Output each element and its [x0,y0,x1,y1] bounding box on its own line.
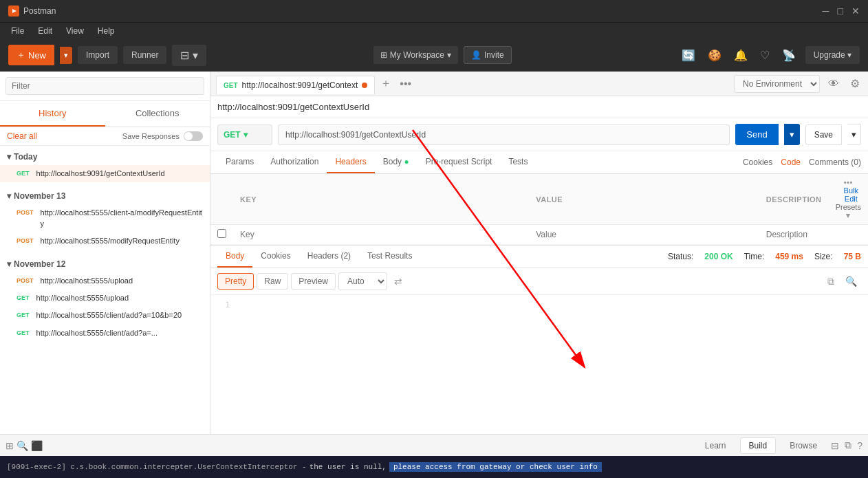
new-button[interactable]: ＋ New [8,45,54,65]
save-dropdown-button[interactable]: ▾ [847,124,861,145]
resp-tab-headers[interactable]: Headers (2) [299,246,359,268]
history-item[interactable]: POST http://localhost:5555/modifyRequest… [0,232,210,250]
history-item[interactable]: GET http://localhost:5555/client/add?a=1… [0,307,210,324]
footer-tab-learn[interactable]: Learn [697,438,735,453]
footer-layout-button[interactable]: ⊟ [831,440,839,451]
response-section: Body Cookies Headers (2) Test Results St… [210,245,868,434]
search-input[interactable] [6,77,204,95]
method-label: GET [224,130,241,140]
history-item[interactable]: GET http://localhost:9091/getContextUser… [0,165,210,182]
preview-button[interactable]: Preview [291,273,336,290]
new-dropdown-arrow[interactable]: ▾ [60,47,72,64]
unsaved-indicator [362,83,367,88]
footer-help-button[interactable]: ? [857,440,862,451]
history-item[interactable]: POST http://localhost:5555/upload [0,272,210,290]
send-button[interactable]: Send [735,124,778,145]
bell-button[interactable]: 🔔 [731,46,750,65]
footer-tab-browse[interactable]: Browse [781,438,825,453]
cookie-icon-button[interactable]: 🍪 [705,46,724,65]
url-text: http://localhost:5555/upload [41,276,133,286]
send-dropdown-button[interactable]: ▾ [784,124,800,145]
footer-tab-build[interactable]: Build [740,437,777,454]
tab-history[interactable]: History [0,101,105,127]
save-button[interactable]: Save [805,124,842,145]
close-button[interactable]: ✕ [851,6,860,17]
menu-view[interactable]: View [61,25,89,37]
presets-button[interactable]: Presets [836,203,861,211]
cookies-link[interactable]: Cookies [743,157,772,167]
history-item[interactable]: GET http://localhost:5555/client/add?a=.… [0,325,210,342]
code-line-1: 1 [216,301,862,310]
subtab-body[interactable]: Body ● [375,151,417,173]
resp-tab-body[interactable]: Body [217,246,252,268]
chevron-down-icon: ▾ [7,259,11,269]
footer-secondary-button[interactable]: ⧉ [845,439,851,451]
environment-eye-button[interactable]: 👁 [825,76,842,91]
header-row-checkbox[interactable] [217,229,226,238]
menu-edit[interactable]: Edit [32,25,58,37]
subtab-headers[interactable]: Headers [327,151,374,173]
size-label: Size: [814,252,833,261]
url-text: http://localhost:5555/client-a/modifyReq… [41,208,203,229]
today-group-header[interactable]: ▾ Today [0,149,210,165]
resp-tab-test-results[interactable]: Test Results [359,246,420,268]
menu-file[interactable]: File [6,25,30,37]
footer-search-button[interactable]: 🔍 [17,440,28,451]
nov12-group-header[interactable]: ▾ November 12 [0,256,210,272]
resp-tab-cookies[interactable]: Cookies [252,246,299,268]
satellite-button[interactable]: 📡 [779,46,799,65]
response-status: Status: 200 OK Time: 459 ms Size: 75 B [668,252,861,261]
subtab-tests[interactable]: Tests [500,151,536,173]
format-select[interactable]: Auto JSON XML HTML [338,272,387,290]
add-tab-button[interactable]: ＋ [378,75,394,92]
url-input[interactable] [278,124,730,145]
request-tabs-bar: GET http://localhost:9091/getContext ＋ •… [210,72,868,96]
method-select-dropdown[interactable]: GET ▾ [217,124,272,145]
header-desc-input[interactable] [766,230,822,239]
comments-link[interactable]: Comments (0) [809,157,861,167]
import-button[interactable]: Import [78,46,118,64]
col-actions-header: ••• Bulk Edit Presets ▾ [829,174,868,225]
more-tabs-button[interactable]: ••• [397,76,414,91]
search-response-button[interactable]: 🔍 [841,273,861,290]
extra-button[interactable]: ⊟ ▾ [172,45,206,66]
main-toolbar: ＋ New ▾ Import Runner ⊟ ▾ ⊞ My Workspace… [0,39,868,72]
wrap-icon-button[interactable]: ⇄ [390,273,406,290]
header-key-input[interactable] [240,230,522,239]
clear-all-button[interactable]: Clear all [7,131,37,141]
history-item[interactable]: POST http://localhost:5555/client-a/modi… [0,204,210,232]
menu-help[interactable]: Help [92,25,120,37]
minimize-button[interactable]: ─ [823,6,829,17]
time-label: Time: [744,252,765,261]
footer-grid-button[interactable]: ⊞ [6,440,14,451]
upgrade-button[interactable]: Upgrade ▾ [805,46,860,64]
bulk-edit-button[interactable]: Bulk Edit [841,186,861,203]
titlebar-controls: ─ □ ✕ [823,6,860,17]
heart-button[interactable]: ♡ [757,46,772,65]
request-tab-active[interactable]: GET http://localhost:9091/getContext [216,76,375,94]
subtab-pre-request[interactable]: Pre-request Script [417,151,501,173]
invite-button[interactable]: 👤 Invite [464,46,512,64]
sidebar-search-area [0,72,210,101]
runner-button[interactable]: Runner [123,46,166,64]
raw-button[interactable]: Raw [257,273,288,290]
code-link[interactable]: Code [781,157,801,167]
environment-select[interactable]: No Environment [734,75,820,93]
refresh-button[interactable]: 🔄 [679,46,698,65]
environment-settings-button[interactable]: ⚙ [847,76,862,91]
copy-response-button[interactable]: ⧉ [823,273,838,290]
maximize-button[interactable]: □ [838,6,843,17]
subtab-params[interactable]: Params [217,151,262,173]
workspace-button[interactable]: ⊞ My Workspace ▾ [373,46,458,64]
nov13-group-header[interactable]: ▾ November 13 [0,188,210,204]
size-value: 75 B [844,252,861,261]
pretty-button[interactable]: Pretty [217,273,254,290]
subtab-authorization[interactable]: Authorization [262,151,327,173]
subtab-actions: Cookies Code Comments (0) [743,157,861,167]
header-value-input[interactable] [536,230,752,239]
history-item[interactable]: GET http://localhost:5555/upload [0,290,210,307]
tab-collections[interactable]: Collections [105,101,210,127]
footer-terminal-button[interactable]: ⬛ [31,440,43,451]
save-responses-switch[interactable] [184,131,203,141]
url-text: http://localhost:5555/client/add?a=... [36,328,158,338]
